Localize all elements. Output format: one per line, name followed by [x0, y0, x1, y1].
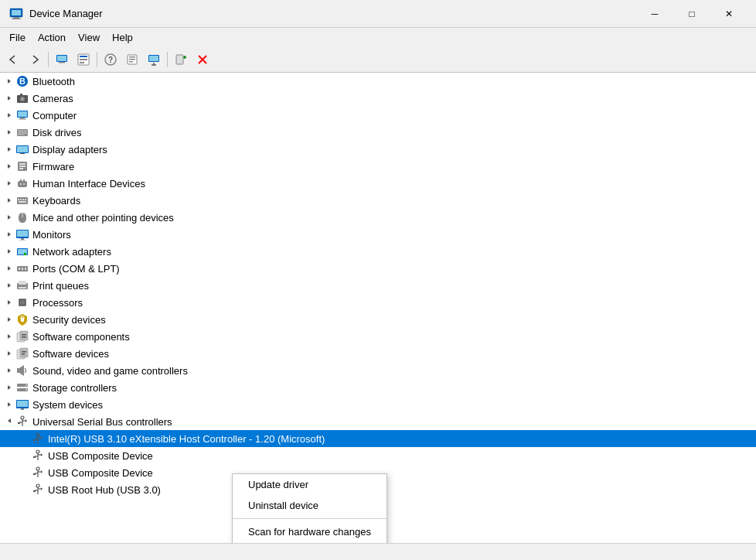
tree-item-usb[interactable]: Universal Serial Bus controllers — [0, 413, 756, 430]
svg-rect-76 — [20, 348, 28, 357]
minimize-button[interactable]: ─ — [637, 2, 673, 26]
svg-rect-41 — [20, 179, 22, 182]
device-manager-view-button[interactable] — [52, 50, 72, 70]
svg-point-32 — [25, 134, 26, 135]
svg-rect-2 — [13, 17, 19, 19]
svg-rect-1 — [12, 10, 21, 15]
chevron-icon — [3, 279, 15, 292]
chevron-icon — [3, 364, 15, 377]
tree-item-network[interactable]: Network adapters — [0, 243, 756, 260]
ports-icon — [15, 261, 29, 275]
svg-point-105 — [36, 467, 39, 470]
tree-item-system[interactable]: System devices — [0, 396, 756, 413]
svg-rect-18 — [149, 56, 158, 61]
maximize-button[interactable]: □ — [674, 2, 710, 26]
svg-marker-98 — [41, 436, 43, 439]
usb-root-hub-icon — [31, 483, 45, 497]
tree-item-cameras[interactable]: Cameras — [0, 90, 756, 107]
update-driver-button[interactable] — [144, 50, 164, 70]
toolbar-separator-2 — [97, 52, 97, 67]
tree-item-software-dev[interactable]: Software devices — [0, 345, 756, 362]
bluetooth-icon: B — [15, 74, 29, 88]
storage-label: Storage controllers — [32, 382, 117, 394]
computer-label: Computer — [32, 110, 77, 121]
network-icon — [15, 244, 29, 258]
tree-item-keyboards[interactable]: Keyboards — [0, 192, 756, 209]
close-button[interactable]: ✕ — [711, 2, 747, 26]
svg-rect-77 — [22, 351, 26, 353]
menu-view[interactable]: View — [72, 30, 106, 45]
tree-item-monitors[interactable]: Monitors — [0, 226, 756, 243]
svg-rect-8 — [80, 56, 87, 57]
display-adapters-label: Display adapters — [32, 144, 107, 155]
chevron-icon — [3, 347, 15, 360]
svg-rect-42 — [23, 179, 25, 182]
help-button[interactable]: ? — [100, 50, 121, 70]
tree-item-processors[interactable]: Processors — [0, 294, 756, 311]
system-label: System devices — [32, 399, 103, 411]
svg-rect-34 — [17, 146, 28, 152]
svg-rect-6 — [59, 62, 65, 63]
software-dev-label: Software devices — [32, 348, 109, 360]
back-button[interactable] — [3, 50, 23, 70]
context-menu-item-uninstall-device[interactable]: Uninstall device — [233, 495, 387, 516]
keyboards-icon — [15, 193, 29, 207]
usb-icon — [15, 415, 29, 429]
scan-changes-button[interactable] — [192, 50, 213, 70]
tree-item-print-queues[interactable]: Print queues — [0, 277, 756, 294]
context-menu-item-update-driver[interactable]: Update driver — [233, 474, 387, 495]
mice-icon — [15, 210, 29, 224]
tree-item-disk-drives[interactable]: Disk drives — [0, 124, 756, 141]
tree-item-display-adapters[interactable]: Display adapters — [0, 141, 756, 158]
chevron-icon — [3, 313, 15, 326]
tree-item-storage[interactable]: Storage controllers — [0, 379, 756, 396]
chevron-icon — [3, 92, 15, 104]
tree-item-computer[interactable]: Computer — [0, 107, 756, 124]
uninstall-button[interactable] — [171, 50, 191, 70]
tree-item-software-comp[interactable]: Software components — [0, 328, 756, 345]
menu-action[interactable]: Action — [32, 30, 72, 45]
title-bar: Device Manager ─ □ ✕ — [0, 0, 756, 28]
svg-point-93 — [36, 433, 39, 436]
tree-item-firmware[interactable]: Firmware — [0, 158, 756, 175]
view-resources-button[interactable] — [73, 50, 94, 70]
chevron-icon — [3, 75, 15, 87]
chevron-icon — [19, 449, 31, 462]
forward-button[interactable] — [25, 50, 45, 70]
svg-point-44 — [23, 183, 25, 185]
tree-item-hid[interactable]: Human Interface Devices — [0, 175, 756, 192]
chevron-icon — [3, 160, 15, 172]
svg-point-43 — [20, 183, 22, 185]
svg-rect-48 — [22, 199, 24, 200]
context-menu: Update driverUninstall deviceScan for ha… — [232, 473, 387, 543]
toolbar: ? — [0, 46, 756, 73]
context-menu-item-scan-hardware[interactable]: Scan for hardware changes — [233, 521, 387, 542]
tree-item-usb-intel[interactable]: Intel(R) USB 3.10 eXtensible Host Contro… — [0, 430, 756, 447]
tree-item-usb-composite-1[interactable]: USB Composite Device — [0, 447, 756, 464]
svg-rect-53 — [17, 230, 28, 237]
tree-item-mice[interactable]: Mice and other pointing devices — [0, 209, 756, 226]
tree-item-sound[interactable]: Sound, video and game controllers — [0, 362, 756, 379]
svg-rect-68 — [20, 300, 25, 305]
svg-rect-102 — [33, 456, 36, 458]
tree-item-ports[interactable]: Ports (COM & LPT) — [0, 260, 756, 277]
svg-marker-104 — [41, 453, 43, 456]
chevron-icon — [3, 143, 15, 155]
device-tree[interactable]: BBluetoothCamerasComputerDisk drivesDisp… — [0, 73, 756, 543]
print-queues-icon — [15, 278, 29, 292]
tree-item-bluetooth[interactable]: BBluetooth — [0, 73, 756, 90]
svg-rect-108 — [33, 473, 36, 475]
menu-file[interactable]: File — [3, 30, 32, 45]
tree-item-security[interactable]: Security devices — [0, 311, 756, 328]
svg-rect-74 — [22, 336, 26, 338]
menu-help[interactable]: Help — [106, 30, 139, 45]
svg-rect-65 — [19, 287, 26, 289]
sound-icon — [15, 364, 29, 377]
svg-point-24 — [22, 98, 24, 101]
svg-text:?: ? — [108, 56, 113, 64]
svg-text:B: B — [19, 77, 26, 86]
properties-toolbar-button[interactable] — [122, 50, 142, 70]
main-area: BBluetoothCamerasComputerDisk drivesDisp… — [0, 73, 756, 543]
svg-rect-114 — [33, 490, 36, 492]
svg-rect-62 — [25, 268, 26, 270]
